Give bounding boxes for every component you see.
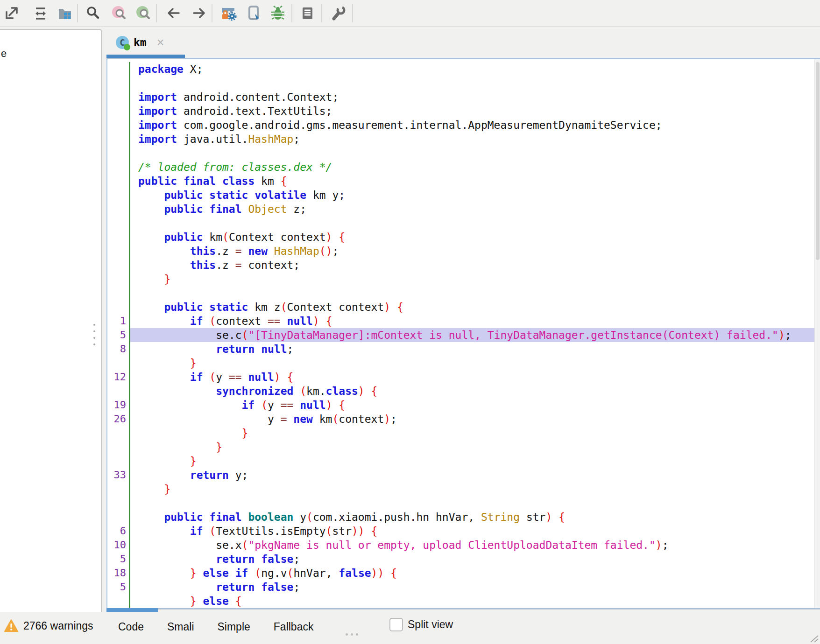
line-number [107, 258, 129, 272]
code-line[interactable]: 18 } else if (ng.v(hnVar, false)) { [107, 566, 815, 580]
view-tab-code[interactable]: Code [118, 621, 144, 633]
bottom-panel-handle[interactable] [346, 633, 358, 636]
code-line[interactable]: import java.util.HashMap; [107, 132, 815, 146]
view-tab-fallback[interactable]: Fallback [274, 621, 314, 633]
code-line[interactable]: } [107, 440, 815, 454]
line-number [107, 300, 129, 314]
quark-report-icon[interactable] [245, 5, 262, 21]
code-line[interactable]: public km(Context context) { [107, 230, 815, 244]
line-number: 33 [107, 468, 129, 482]
search-icon[interactable] [85, 5, 101, 21]
code-line-selected[interactable]: 5 se.c("[TinyDataManager]:mContext is nu… [107, 328, 815, 342]
code-text: } [130, 454, 815, 468]
split-view-toggle[interactable]: Split view [389, 618, 453, 631]
code-line[interactable] [107, 216, 815, 230]
code-editor[interactable]: package X;import android.content.Context… [106, 59, 815, 608]
class-search-icon[interactable] [135, 5, 152, 21]
vertical-scrollbar-thumb[interactable] [816, 62, 820, 260]
code-line[interactable]: } [107, 482, 815, 496]
preferences-icon[interactable] [330, 5, 346, 21]
code-line[interactable] [107, 496, 815, 510]
line-number [107, 216, 129, 230]
editor-tab-bar: C km × [102, 27, 820, 59]
code-line[interactable]: 5 return false; [107, 552, 815, 566]
code-text [130, 146, 815, 160]
close-icon[interactable]: × [157, 38, 164, 47]
toolbar-separator [321, 4, 322, 22]
code-line[interactable]: public static volatile km y; [107, 188, 815, 202]
view-tabs: CodeSmaliSimpleFallback [118, 621, 313, 633]
code-line[interactable]: } else { [107, 594, 815, 608]
code-line[interactable]: } [107, 272, 815, 286]
code-line[interactable]: 26 y = new km(context); [107, 412, 815, 426]
code-line[interactable]: public final Object z; [107, 202, 815, 216]
code-line[interactable]: this.z = new HashMap(); [107, 244, 815, 258]
horizontal-scrollbar-track[interactable] [106, 608, 820, 609]
open-file-icon[interactable] [3, 5, 20, 21]
line-number [107, 272, 129, 286]
code-text: this.z = context; [130, 258, 815, 272]
code-line[interactable]: 1 if (context == null) { [107, 314, 815, 328]
deobfuscation-icon[interactable] [220, 5, 237, 21]
class-icon: C [116, 36, 129, 49]
code-text: return null; [130, 342, 815, 356]
code-line[interactable]: 33 return y; [107, 468, 815, 482]
code-line[interactable]: 6 if (TextUtils.isEmpty(str)) { [107, 524, 815, 538]
code-text: if (context == null) { [130, 314, 815, 328]
toolbar-separator [212, 4, 212, 22]
line-number [107, 62, 129, 76]
log-viewer-icon[interactable] [299, 5, 316, 21]
code-line[interactable] [107, 76, 815, 90]
code-line[interactable]: /* loaded from: classes.dex */ [107, 160, 815, 174]
code-text: } [130, 440, 815, 454]
code-text: se.x("pkgName is null or empty, upload C… [130, 538, 815, 552]
code-line[interactable] [107, 286, 815, 300]
horizontal-scrollbar-thumb[interactable] [106, 608, 158, 612]
code-text: if (y == null) { [130, 398, 815, 412]
back-icon[interactable] [165, 5, 182, 21]
text-search-icon[interactable] [111, 5, 127, 21]
warnings-count: 2766 warnings [23, 620, 93, 632]
code-text: synchronized (km.class) { [130, 384, 815, 398]
line-number [107, 202, 129, 216]
forward-icon[interactable] [191, 5, 207, 21]
vertical-scrollbar[interactable] [814, 59, 820, 608]
code-line[interactable]: 19 if (y == null) { [107, 398, 815, 412]
code-text: import android.text.TextUtils; [130, 104, 815, 118]
code-line[interactable]: } [107, 356, 815, 370]
fit-window-icon[interactable] [32, 5, 49, 21]
code-text [130, 496, 815, 510]
code-line[interactable]: import com.google.android.gms.measuremen… [107, 118, 815, 132]
code-line[interactable]: public final boolean y(com.xiaomi.push.h… [107, 510, 815, 524]
line-number [107, 482, 129, 496]
code-line[interactable]: this.z = context; [107, 258, 815, 272]
code-line[interactable]: } [107, 426, 815, 440]
view-tab-smali[interactable]: Smali [167, 621, 194, 633]
line-number: 18 [107, 566, 129, 580]
code-text: public static volatile km y; [130, 188, 815, 202]
window-resize-grip[interactable] [809, 634, 819, 643]
code-line[interactable]: synchronized (km.class) { [107, 384, 815, 398]
debugger-icon[interactable] [269, 5, 286, 21]
code-line[interactable]: 5 return false; [107, 580, 815, 594]
code-line[interactable]: import android.content.Context; [107, 90, 815, 104]
view-tab-simple[interactable]: Simple [218, 621, 250, 633]
code-line[interactable] [107, 146, 815, 160]
code-line[interactable]: 10 se.x("pkgName is null or empty, uploa… [107, 538, 815, 552]
flatten-packages-icon[interactable] [57, 5, 73, 21]
line-number [107, 426, 129, 440]
file-tree-panel[interactable]: e [0, 29, 102, 613]
code-line[interactable]: 8 return null; [107, 342, 815, 356]
split-view-checkbox[interactable] [389, 618, 403, 631]
code-line[interactable]: } [107, 454, 815, 468]
code-line[interactable]: public static km z(Context context) { [107, 300, 815, 314]
tab-km[interactable]: C km × [116, 30, 164, 55]
code-line[interactable]: 12 if (y == null) { [107, 370, 815, 384]
code-text: this.z = new HashMap(); [130, 244, 815, 258]
code-text: } [130, 426, 815, 440]
code-text: if (TextUtils.isEmpty(str)) { [130, 524, 815, 538]
code-line[interactable]: public final class km { [107, 174, 815, 188]
code-line[interactable]: import android.text.TextUtils; [107, 104, 815, 118]
line-number [107, 454, 129, 468]
code-line[interactable]: package X; [107, 62, 815, 76]
